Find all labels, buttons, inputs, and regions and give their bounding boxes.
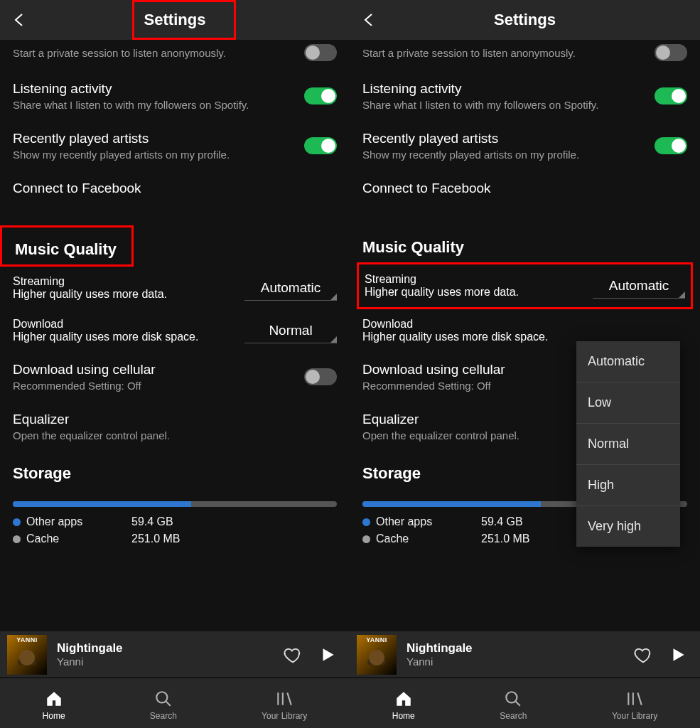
heart-icon[interactable] (633, 645, 653, 665)
select-streaming[interactable]: Automatic (593, 274, 685, 299)
option-automatic[interactable]: Automatic (576, 341, 680, 382)
album-art[interactable] (7, 635, 47, 675)
tab-home[interactable]: Home (43, 690, 65, 721)
tab-search[interactable]: Search (150, 690, 177, 721)
setting-private-session[interactable]: Start a private session to listen anonym… (13, 40, 337, 71)
dot-blue-icon (13, 518, 21, 526)
legend-other-apps: Other apps 59.4 GB (13, 515, 337, 528)
svg-point-0 (156, 692, 167, 702)
option-normal[interactable]: Normal (576, 424, 680, 465)
tab-bar: Home Search Your Library (350, 678, 700, 728)
back-icon[interactable] (11, 11, 28, 28)
setting-download[interactable]: Download Higher quality uses more disk s… (13, 309, 337, 352)
setting-streaming[interactable]: Streaming Higher quality uses more data.… (357, 262, 693, 309)
section-head-music-quality: Music Quality (0, 225, 134, 267)
setting-connect-facebook[interactable]: Connect to Facebook (13, 171, 337, 208)
option-low[interactable]: Low (576, 382, 680, 424)
heart-icon[interactable] (283, 645, 303, 665)
toggle-private-session[interactable] (304, 44, 337, 61)
tab-bar: Home Search Your Library (0, 678, 350, 728)
setting-private-session[interactable]: Start a private session to listen anonym… (362, 40, 687, 71)
toggle-listening-activity[interactable] (655, 87, 687, 105)
toggle-private-session[interactable] (655, 44, 687, 61)
legend-cache: Cache 251.0 MB (13, 532, 337, 545)
dot-grey-icon (13, 535, 21, 543)
dropdown-streaming-quality: Automatic Low Normal High Very high (576, 341, 680, 547)
album-art[interactable] (357, 635, 397, 675)
play-icon[interactable] (669, 646, 687, 664)
setting-download-cellular[interactable]: Download using cellular Recommended Sett… (13, 352, 337, 402)
section-head-music-quality: Music Quality (362, 225, 687, 262)
header-bar: Settings (350, 0, 700, 40)
now-playing-title: Nightingale (406, 641, 633, 655)
home-icon (45, 690, 63, 708)
setting-listening-activity[interactable]: Listening activity Share what I listen t… (362, 71, 687, 121)
library-icon (275, 690, 294, 708)
storage-bar (13, 501, 337, 507)
toggle-recently-played[interactable] (655, 137, 687, 154)
now-playing-bar[interactable]: Nightingale Yanni (350, 631, 700, 678)
now-playing-artist: Yanni (57, 655, 283, 668)
page-title: Settings (494, 11, 556, 29)
now-playing-title: Nightingale (57, 641, 283, 655)
tab-library[interactable]: Your Library (262, 690, 307, 721)
toggle-listening-activity[interactable] (304, 87, 337, 105)
tab-library[interactable]: Your Library (612, 690, 657, 721)
setting-connect-facebook[interactable]: Connect to Facebook (362, 171, 687, 208)
setting-recently-played[interactable]: Recently played artists Show my recently… (13, 121, 337, 171)
toggle-download-cellular[interactable] (304, 368, 337, 385)
option-high[interactable]: High (576, 465, 680, 506)
select-download[interactable]: Normal (244, 318, 337, 343)
tab-home[interactable]: Home (392, 690, 415, 721)
home-icon (394, 690, 413, 708)
setting-listening-activity[interactable]: Listening activity Share what I listen t… (13, 71, 337, 121)
header-bar: Settings (0, 0, 350, 40)
tab-search[interactable]: Search (500, 690, 527, 721)
section-head-storage: Storage (13, 451, 337, 488)
svg-point-1 (507, 692, 517, 702)
back-icon[interactable] (361, 11, 378, 28)
toggle-recently-played[interactable] (304, 137, 337, 154)
screenshot-right: Settings Start a private session to list… (350, 0, 700, 728)
option-very-high[interactable]: Very high (576, 506, 680, 547)
page-title: Settings (144, 11, 206, 29)
dot-grey-icon (362, 535, 370, 543)
dot-blue-icon (362, 518, 370, 526)
setting-streaming[interactable]: Streaming Higher quality uses more data.… (13, 267, 337, 309)
play-icon[interactable] (318, 646, 337, 664)
now-playing-artist: Yanni (406, 655, 633, 668)
select-streaming[interactable]: Automatic (244, 276, 337, 301)
now-playing-bar[interactable]: Nightingale Yanni (0, 631, 350, 678)
library-icon (625, 690, 644, 708)
search-icon (154, 690, 173, 708)
setting-recently-played[interactable]: Recently played artists Show my recently… (362, 121, 687, 171)
screenshot-left: Settings Start a private session to list… (0, 0, 350, 728)
search-icon (504, 690, 522, 708)
setting-equalizer[interactable]: Equalizer Open the equalizer control pan… (13, 402, 337, 451)
